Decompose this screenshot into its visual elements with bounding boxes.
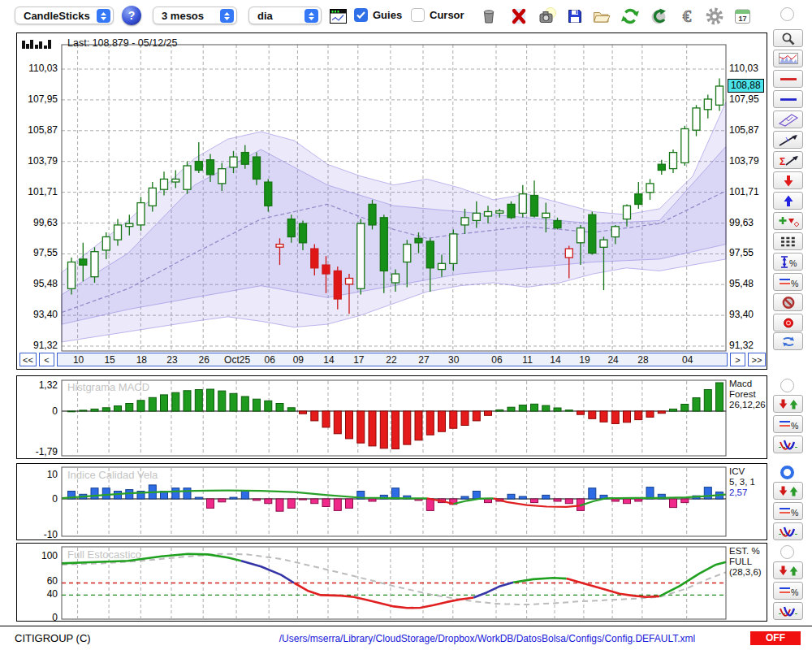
- price-tick: 99,63: [20, 217, 58, 228]
- stoch-watermark: Full Estocastico: [67, 548, 141, 561]
- icv-current-value: 2,57: [729, 488, 755, 498]
- date-tick: Oct25: [224, 354, 250, 366]
- scroll-far-left-button[interactable]: <<: [19, 353, 37, 366]
- price-tick: 110,03: [20, 63, 58, 74]
- macd-yzero: 0: [20, 405, 58, 417]
- sync-button[interactable]: [773, 332, 803, 350]
- guies-checkbox[interactable]: [354, 8, 368, 22]
- help-button[interactable]: ?: [122, 6, 141, 25]
- price-tick: 91,32: [20, 340, 58, 351]
- macd-curve-button[interactable]: [773, 436, 803, 453]
- scroll-right-button[interactable]: >: [730, 353, 745, 366]
- vertical-percent-button[interactable]: %: [773, 253, 803, 271]
- chevron-updown-icon[interactable]: [220, 9, 234, 23]
- chevron-updown-icon[interactable]: [304, 9, 318, 23]
- indicator-chart-icon: [776, 52, 801, 66]
- svg-text:%: %: [789, 258, 797, 267]
- floppy-disk-icon: [566, 7, 584, 25]
- trendline-button[interactable]: [773, 131, 803, 149]
- stoch-y60: 60: [20, 575, 58, 587]
- icv-curve-button[interactable]: [773, 522, 803, 540]
- stoch-y100: 100: [20, 550, 58, 561]
- macd-radio[interactable]: [780, 379, 794, 392]
- currency-button[interactable]: €: [676, 5, 698, 27]
- snapshot-button[interactable]: [536, 5, 558, 27]
- chart-type-select[interactable]: CandleSticks: [15, 6, 114, 24]
- interval-value: dia: [257, 10, 273, 22]
- scroll-far-right-button[interactable]: >>: [748, 353, 766, 366]
- refresh-button[interactable]: [619, 5, 641, 27]
- off-button[interactable]: OFF: [750, 631, 801, 645]
- interval-select[interactable]: dia: [248, 6, 322, 24]
- date-tick: 27: [418, 354, 429, 366]
- arrow-up-button[interactable]: [773, 192, 803, 210]
- svg-text:€: €: [682, 6, 691, 26]
- chart-window-button[interactable]: [327, 5, 349, 27]
- curve-icon: [776, 604, 801, 618]
- channel-button[interactable]: [773, 110, 803, 128]
- est-percent-button[interactable]: %: [773, 582, 803, 600]
- symbol-label: CITIGROUP (C): [15, 632, 91, 644]
- est-radio[interactable]: [780, 545, 794, 559]
- arrow-down-button[interactable]: [773, 171, 803, 189]
- forbid-button[interactable]: [773, 293, 803, 311]
- svg-text:Σ: Σ: [780, 155, 785, 167]
- sigma-trendline-button[interactable]: Σ: [773, 151, 803, 169]
- macd-ymax: 1,32: [20, 379, 58, 391]
- blue-line-button[interactable]: [773, 90, 803, 108]
- settings-button[interactable]: [703, 5, 725, 27]
- sigma-trend-icon: Σ: [776, 154, 801, 167]
- chevron-updown-icon[interactable]: [97, 9, 110, 23]
- date-strip[interactable]: 1015182326Oct250609141722273006111419242…: [57, 353, 728, 366]
- vertical-range-percent-icon: %: [776, 255, 801, 269]
- status-bar: CITIGROUP (C) /Users/mserra/Library/Clou…: [0, 626, 812, 650]
- record-button[interactable]: [773, 314, 803, 332]
- est-curve-button[interactable]: [773, 602, 803, 620]
- lines-percent-icon: %: [776, 418, 801, 431]
- red-line-button[interactable]: [773, 70, 803, 88]
- down-up-arrows-icon: [776, 397, 801, 411]
- revert-button[interactable]: [647, 5, 669, 27]
- blue-line-icon: [776, 93, 801, 106]
- indicator-chart-button[interactable]: [773, 50, 803, 67]
- markers-button[interactable]: [773, 212, 803, 230]
- save-button[interactable]: [564, 5, 585, 27]
- icv-caption: ICV5, 3, 1 2,57: [729, 466, 755, 498]
- dashed-lines-button[interactable]: [773, 232, 803, 250]
- refresh-icon: [620, 6, 640, 26]
- icv-radio[interactable]: [780, 466, 794, 479]
- toolbar-radio[interactable]: [780, 7, 794, 21]
- down-up-arrows-icon: [776, 564, 801, 578]
- stochastic-panel: Full Estocastico 100 60 40 0 EST. %FULL(…: [16, 543, 767, 622]
- trash-button[interactable]: [477, 5, 499, 27]
- macd-arrows-button[interactable]: [773, 395, 803, 413]
- cursor-label: Cursor: [430, 9, 464, 21]
- cursor-checkbox[interactable]: [411, 8, 425, 22]
- calendar-button[interactable]: 17: [732, 5, 754, 27]
- icv-arrows-button[interactable]: [773, 482, 803, 500]
- lines-percent-button[interactable]: %: [773, 273, 803, 291]
- svg-text:%: %: [791, 587, 798, 597]
- mini-bars-icon: [22, 37, 51, 50]
- price-tick: 105,87: [20, 124, 58, 136]
- dashed-lines-icon: [776, 235, 801, 249]
- zoom-button[interactable]: [773, 29, 803, 47]
- price-tick: 95,48: [20, 278, 58, 289]
- down-up-arrows-icon: [776, 484, 801, 498]
- icv-percent-button[interactable]: %: [773, 502, 803, 520]
- delete-button[interactable]: [508, 5, 529, 27]
- euro-icon: €: [677, 6, 697, 26]
- price-tick: 99,63: [729, 217, 778, 228]
- candlestick-chart[interactable]: [17, 33, 766, 368]
- scroll-left-button[interactable]: <: [39, 353, 54, 366]
- open-button[interactable]: [590, 5, 612, 27]
- last-price-label: Last: 108.879 - 05/12/25: [67, 37, 178, 49]
- icv-ymin: -10: [20, 529, 58, 540]
- macd-percent-button[interactable]: %: [773, 415, 803, 433]
- date-tick: 24: [607, 354, 618, 366]
- record-dot-icon: [776, 316, 801, 330]
- period-select[interactable]: 3 mesos: [153, 6, 237, 24]
- revert-arrow-icon: [649, 6, 668, 26]
- est-arrows-button[interactable]: [773, 561, 803, 579]
- delete-x-icon: [510, 7, 528, 25]
